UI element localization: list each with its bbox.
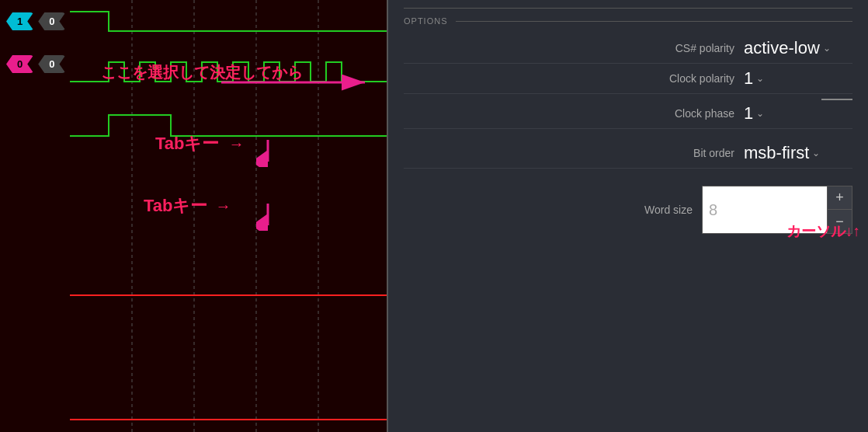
cs-polarity-value[interactable]: active-low ⌄ xyxy=(744,38,852,58)
clock-polarity-value[interactable]: 1 ⌄ xyxy=(744,68,852,89)
bit-order-row: Bit order msb-first ⌄ xyxy=(404,143,852,169)
bit-order-value[interactable]: msb-first ⌄ xyxy=(744,143,852,163)
top-divider xyxy=(404,8,852,9)
tab-label-1: Tabキー → xyxy=(155,132,245,155)
cs-polarity-chevron: ⌄ xyxy=(823,43,831,54)
options-header: OPTIONS xyxy=(404,16,852,26)
cs-polarity-label: CS# polarity xyxy=(675,42,734,54)
clock-phase-value[interactable]: 1 ⌄ xyxy=(744,103,852,124)
clock-phase-row: Clock phase 1 ⌄ xyxy=(404,103,852,129)
chip-clk-value: 0 xyxy=(38,55,65,73)
clock-phase-chevron: ⌄ xyxy=(756,108,764,119)
cs-polarity-row: CS# polarity active-low ⌄ xyxy=(404,38,852,64)
options-panel: OPTIONS CS# polarity active-low ⌄ Clock … xyxy=(388,0,868,432)
signal-row-cs: 1 0 xyxy=(3,0,65,43)
options-label: OPTIONS xyxy=(404,16,448,26)
bit-order-text: msb-first xyxy=(744,143,809,163)
clock-phase-text: 1 xyxy=(744,103,753,124)
cursor-annotation: カーソル↓↑ xyxy=(786,221,860,242)
word-size-label: Word size xyxy=(644,204,693,216)
down-arrow-2: → xyxy=(216,197,231,214)
down-arrow-1: → xyxy=(229,135,245,152)
clock-polarity-chevron: ⌄ xyxy=(756,73,764,84)
chip-clk-label: 0 xyxy=(6,55,33,73)
waveform-panel: 1 0 0 0 ここを選択して決定してから xyxy=(0,0,388,432)
clock-polarity-label: Clock polarity xyxy=(669,72,734,85)
pink-arrow xyxy=(221,67,377,98)
options-line xyxy=(456,21,852,22)
word-size-plus-button[interactable]: + xyxy=(827,186,852,210)
clock-polarity-text: 1 xyxy=(744,68,753,89)
bit-order-label: Bit order xyxy=(693,147,734,159)
bit-order-chevron: ⌄ xyxy=(812,148,820,159)
clock-phase-label: Clock phase xyxy=(675,107,734,120)
polarity-dash xyxy=(821,99,852,100)
word-size-row: Word size + − xyxy=(404,186,852,234)
signal-row-clk: 0 0 xyxy=(3,43,65,85)
chip-cs-value: 0 xyxy=(38,12,65,30)
chip-cs-label: 1 xyxy=(6,12,33,30)
arrow-down-2-svg xyxy=(256,204,279,231)
clock-polarity-row: Clock polarity 1 ⌄ xyxy=(404,68,852,94)
tab-label-2: Tabキー → xyxy=(144,194,231,218)
arrow-down-1-svg xyxy=(256,140,279,167)
cs-polarity-text: active-low xyxy=(744,38,820,58)
